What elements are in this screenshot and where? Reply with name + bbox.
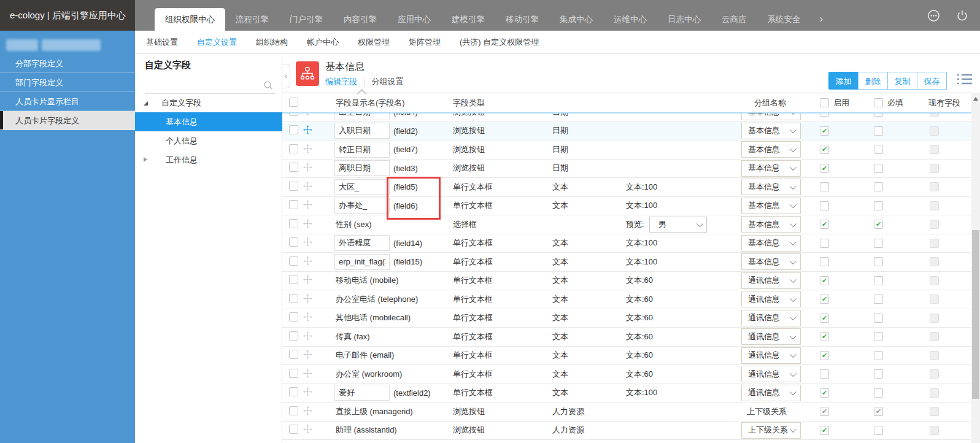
- enabled-checkbox[interactable]: ✔: [820, 295, 829, 304]
- field-name-input[interactable]: [334, 198, 390, 214]
- move-handle-icon[interactable]: [303, 294, 312, 305]
- group-dropdown[interactable]: 通讯信息: [741, 310, 801, 326]
- enabled-checkbox[interactable]: ✔: [820, 164, 829, 173]
- select-all-checkbox[interactable]: [289, 98, 298, 107]
- group-dropdown[interactable]: 基本信息: [741, 253, 801, 270]
- row-select-checkbox[interactable]: [289, 144, 298, 153]
- enabled-checkbox[interactable]: [820, 257, 829, 266]
- required-checkbox[interactable]: [874, 114, 883, 117]
- group-settings-link[interactable]: 分组设置: [371, 76, 403, 87]
- sidebar-item[interactable]: 人员卡片字段定义: [0, 111, 135, 130]
- group-dropdown[interactable]: 通讯信息: [741, 366, 801, 382]
- tree-expanded-icon[interactable]: [144, 101, 148, 106]
- group-dropdown[interactable]: 基本信息: [741, 123, 801, 139]
- top-tab[interactable]: 运维中心: [603, 8, 657, 31]
- enabled-checkbox[interactable]: [820, 239, 829, 248]
- field-name-input[interactable]: [334, 160, 390, 176]
- enabled-checkbox[interactable]: ✔: [820, 388, 829, 398]
- required-checkbox[interactable]: [874, 351, 883, 360]
- required-checkbox[interactable]: [874, 369, 883, 379]
- group-dropdown[interactable]: 基本信息: [741, 114, 801, 120]
- move-handle-icon[interactable]: [303, 275, 312, 286]
- field-name-input[interactable]: [334, 142, 390, 158]
- field-name-input[interactable]: [334, 385, 390, 401]
- enabled-checkbox[interactable]: [820, 182, 829, 191]
- row-select-checkbox[interactable]: [289, 294, 298, 303]
- row-select-checkbox[interactable]: [289, 425, 298, 434]
- required-checkbox[interactable]: [874, 257, 883, 266]
- subnav-item[interactable]: (共济) 自定义权限管理: [460, 37, 539, 48]
- row-select-checkbox[interactable]: [289, 114, 298, 116]
- move-handle-icon[interactable]: [303, 237, 312, 248]
- move-handle-icon[interactable]: [303, 406, 312, 417]
- row-select-checkbox[interactable]: [289, 182, 298, 191]
- move-handle-icon[interactable]: [303, 256, 312, 268]
- enabled-checkbox[interactable]: ✔: [820, 145, 829, 154]
- more-tabs-arrow-icon[interactable]: ›: [811, 8, 832, 31]
- row-select-checkbox[interactable]: [289, 387, 298, 396]
- field-name-input[interactable]: [334, 254, 390, 270]
- top-tab[interactable]: 系统安全: [757, 8, 811, 31]
- row-select-checkbox[interactable]: [289, 200, 298, 209]
- enabled-checkbox[interactable]: ✔: [820, 220, 829, 229]
- group-dropdown[interactable]: 通讯信息: [741, 291, 801, 307]
- row-select-checkbox[interactable]: [289, 237, 298, 247]
- enabled-checkbox[interactable]: ✔: [820, 126, 829, 136]
- toolbar-button[interactable]: 保存: [917, 72, 947, 90]
- move-handle-icon[interactable]: [303, 369, 312, 380]
- required-checkbox[interactable]: [874, 295, 883, 304]
- move-handle-icon[interactable]: [303, 350, 312, 361]
- list-menu-icon[interactable]: [957, 72, 973, 88]
- field-name-input[interactable]: [334, 123, 390, 139]
- subnav-item[interactable]: 基础设置: [146, 37, 178, 48]
- scrollbar-thumb[interactable]: [972, 230, 979, 399]
- group-dropdown[interactable]: 通讯信息: [741, 347, 801, 364]
- move-handle-icon[interactable]: [303, 331, 312, 342]
- group-dropdown[interactable]: 基本信息: [741, 216, 801, 233]
- top-tab[interactable]: 门户引擎: [279, 8, 333, 31]
- top-tab[interactable]: 移动引擎: [495, 8, 549, 31]
- subnav-item[interactable]: 权限管理: [358, 37, 390, 48]
- required-checkbox[interactable]: [874, 239, 883, 248]
- tree-node[interactable]: 工作信息: [135, 150, 282, 169]
- require-all-checkbox[interactable]: [874, 98, 883, 107]
- required-checkbox[interactable]: ✔: [874, 220, 883, 229]
- required-checkbox[interactable]: [874, 426, 883, 435]
- row-select-checkbox[interactable]: [289, 163, 298, 172]
- row-select-checkbox[interactable]: [289, 312, 298, 322]
- group-dropdown[interactable]: 基本信息: [741, 235, 801, 252]
- field-name-input[interactable]: [334, 235, 390, 251]
- move-handle-icon[interactable]: [303, 387, 312, 398]
- move-handle-icon[interactable]: [303, 114, 312, 118]
- row-select-checkbox[interactable]: [289, 406, 298, 415]
- subnav-item[interactable]: 帐户中心: [307, 37, 339, 48]
- add-button[interactable]: 添加: [828, 72, 858, 90]
- enabled-checkbox[interactable]: [820, 201, 829, 210]
- move-handle-icon[interactable]: [303, 182, 312, 193]
- tree-node[interactable]: 个人信息: [135, 131, 282, 150]
- row-select-checkbox[interactable]: [289, 350, 298, 359]
- sidebar-item[interactable]: 部门字段定义: [0, 73, 135, 92]
- row-select-checkbox[interactable]: [289, 219, 298, 228]
- sidebar-item[interactable]: 人员卡片显示栏目: [0, 92, 135, 111]
- move-handle-icon[interactable]: [303, 200, 312, 211]
- search-input[interactable]: [145, 77, 261, 93]
- move-handle-icon[interactable]: [303, 425, 312, 436]
- top-tab[interactable]: 集成中心: [549, 8, 603, 31]
- move-handle-icon[interactable]: [303, 125, 312, 136]
- ellipsis-circle-icon[interactable]: [927, 9, 941, 23]
- move-handle-icon[interactable]: [303, 163, 312, 174]
- move-handle-icon[interactable]: [303, 219, 312, 230]
- move-handle-icon[interactable]: [303, 312, 312, 323]
- top-tab[interactable]: 流程引擎: [225, 8, 279, 31]
- subnav-item[interactable]: 矩阵管理: [409, 37, 441, 48]
- row-select-checkbox[interactable]: [289, 125, 298, 134]
- row-select-checkbox[interactable]: [289, 256, 298, 266]
- group-dropdown[interactable]: 基本信息: [741, 198, 801, 214]
- required-checkbox[interactable]: [874, 276, 883, 285]
- enable-all-checkbox[interactable]: [820, 98, 829, 107]
- sidebar-item[interactable]: 分部字段定义: [0, 54, 135, 73]
- required-checkbox[interactable]: ✔: [874, 407, 883, 416]
- subnav-item[interactable]: 自定义设置: [197, 37, 237, 48]
- top-tab[interactable]: 组织权限中心: [155, 8, 225, 31]
